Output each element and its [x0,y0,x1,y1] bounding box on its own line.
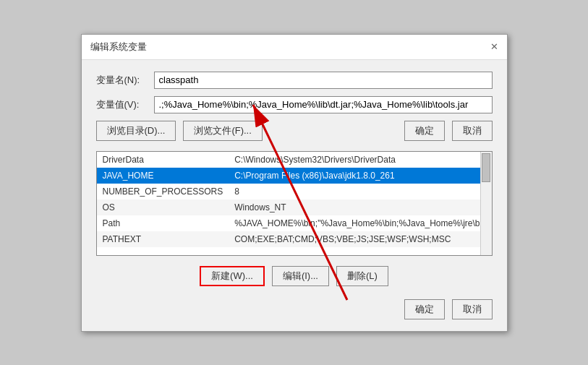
dialog-title: 编辑系统变量 [90,40,147,53]
browse-file-button[interactable]: 浏览文件(F)... [183,121,262,141]
var-value-row: 变量值(V): [96,96,493,113]
cancel-button[interactable]: 取消 [452,299,493,319]
env-var-name: NUMBER_OF_PROCESSORS [97,184,229,199]
var-value-label: 变量值(V): [96,98,154,111]
env-var-name: JAVA_HOME [97,168,229,184]
table-row[interactable]: Path %JAVA_HOME%\bin;"%Java_Home%\bin;%J… [97,215,493,231]
env-var-value: C:\Windows\System32\Drivers\DriverData [229,152,492,168]
env-var-value: %JAVA_HOME%\bin;"%Java_Home%\bin;%Java_H… [229,215,492,231]
delete-button[interactable]: 删除(L) [336,266,388,286]
action-buttons-row: 新建(W)... 编辑(I)... 删除(L) [96,266,493,286]
env-var-value: COM;EXE;BAT;CMD;VBS;VBE;JS;JSE;WSF;WSH;M… [229,231,492,247]
ok-button[interactable]: 确定 [404,299,445,319]
env-var-name: Path [97,215,229,231]
table-row[interactable]: PATHEXT COM;EXE;BAT;CMD;VBS;VBE;JS;JSE;W… [97,231,493,247]
table-row[interactable]: JAVA_HOME C:\Program Files (x86)\Java\jd… [97,168,493,184]
dialog-titlebar: 编辑系统变量 ✕ [82,35,507,60]
scrollbar-thumb[interactable] [482,153,490,182]
env-var-value: 8 [229,184,492,199]
top-ok-button[interactable]: 确定 [404,121,445,141]
env-var-value: C:\Program Files (x86)\Java\jdk1.8.0_261 [229,168,492,184]
dialog-body: 变量名(N): 变量值(V): 浏览目录(D)... 浏览文件(F)... 确定… [82,60,507,331]
close-icon[interactable]: ✕ [490,41,498,52]
edit-button[interactable]: 编辑(I)... [272,266,329,286]
var-name-label: 变量名(N): [96,74,154,87]
env-var-name: PATHEXT [97,231,229,247]
table-row[interactable]: DriverData C:\Windows\System32\Drivers\D… [97,152,493,168]
new-button[interactable]: 新建(W)... [200,266,265,286]
bottom-buttons-row: 确定 取消 [96,296,493,319]
scrollbar[interactable] [480,152,492,255]
top-cancel-button[interactable]: 取消 [452,121,493,141]
var-value-input[interactable] [154,96,493,113]
dialog-overlay: 编辑系统变量 ✕ 变量名(N): 变量值(V): 浏览目录(D)... 浏览文件… [0,0,588,365]
edit-system-variable-dialog: 编辑系统变量 ✕ 变量名(N): 变量值(V): 浏览目录(D)... 浏览文件… [81,34,508,332]
env-var-name: DriverData [97,152,229,168]
browse-dir-button[interactable]: 浏览目录(D)... [96,121,176,141]
browse-buttons-row: 浏览目录(D)... 浏览文件(F)... 确定 取消 [96,121,493,141]
env-var-value: Windows_NT [229,199,492,215]
env-var-name: OS [97,199,229,215]
var-name-input[interactable] [154,72,493,89]
var-name-row: 变量名(N): [96,72,493,89]
table-row[interactable]: NUMBER_OF_PROCESSORS 8 [97,184,493,199]
table-row[interactable]: OS Windows_NT [97,199,493,215]
env-table: DriverData C:\Windows\System32\Drivers\D… [97,152,493,247]
env-table-container: DriverData C:\Windows\System32\Drivers\D… [96,151,493,256]
